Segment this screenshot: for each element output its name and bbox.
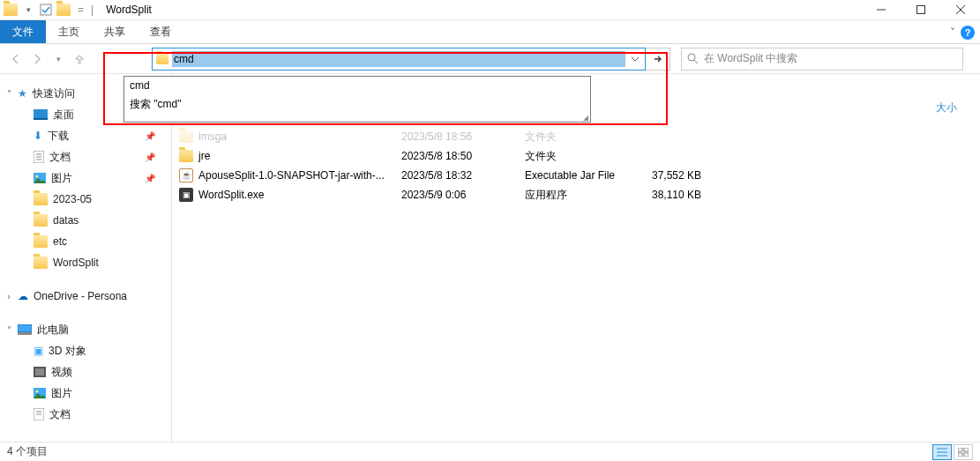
address-history-dropdown-icon[interactable] [625,55,645,63]
pin-icon: 📌 [145,152,155,162]
address-folder-icon [153,54,172,64]
sidebar-item-documents[interactable]: 文档 📌 [0,146,171,167]
sidebar-item-documents2[interactable]: 文档 [0,404,171,425]
svg-rect-29 [958,453,962,457]
folder-icon [179,150,193,162]
video-icon [34,367,46,377]
view-thumbnails-button[interactable] [954,444,973,460]
ribbon-file-tab[interactable]: 文件 [0,20,46,43]
sidebar-item-videos[interactable]: 视频 [0,361,171,383]
file-row[interactable]: imsga 2023/5/8 18:56 文件夹 [172,127,980,146]
svg-rect-2 [916,6,924,14]
maximize-button[interactable] [901,0,940,20]
sidebar-item-downloads[interactable]: ⬇ 下载 📌 [0,125,171,146]
search-icon [687,53,699,64]
svg-rect-16 [18,332,32,335]
sidebar-item-pictures2[interactable]: 图片 [0,383,171,404]
pin-icon: 📌 [145,174,155,183]
svg-rect-15 [18,324,32,332]
sidebar-this-pc[interactable]: ˅ 此电脑 [0,319,171,340]
chevron-down-icon[interactable]: ˅ [4,325,14,335]
help-icon[interactable]: ? [961,26,975,40]
jar-icon: ☕ [179,168,193,182]
ribbon-expand-icon[interactable]: ˅ [950,26,955,39]
qat-dropdown-icon[interactable]: ▾ [21,3,35,17]
nav-back-button[interactable] [5,48,26,70]
qat-checkbox-icon[interactable] [39,3,53,17]
document-icon [34,151,44,163]
separator-icon: = [74,4,87,16]
sidebar-item-datas[interactable]: datas [0,210,171,231]
chevron-right-icon[interactable]: › [4,292,14,301]
address-dropdown-item[interactable]: cmd [124,77,590,94]
ribbon-tab-share[interactable]: 共享 [92,20,138,43]
chevron-down-icon[interactable]: ˅ [4,89,14,99]
resize-grip-icon[interactable] [124,115,590,122]
file-row[interactable]: jre 2023/5/8 18:50 文件夹 [172,146,980,166]
address-dropdown-item[interactable]: 搜索 "cmd" [124,94,590,115]
sidebar-item-3d[interactable]: ▣ 3D 对象 [0,340,171,361]
file-row[interactable]: ▣WordSplit.exe 2023/5/9 0:06 应用程序 38,110… [172,185,980,204]
folder-icon [34,235,48,248]
file-row[interactable]: ☕ApouseSplit-1.0-SNAPSHOT-jar-with-... 2… [172,166,980,185]
svg-rect-7 [34,109,48,118]
pipe-icon: | [91,4,95,16]
search-box[interactable]: 在 WordSplit 中搜索 [681,48,963,71]
close-button[interactable] [940,0,980,20]
pin-icon: 📌 [145,131,155,141]
folder-icon [4,3,18,17]
nav-recent-dropdown[interactable]: ▾ [48,48,69,70]
address-bar[interactable] [152,48,646,71]
search-placeholder: 在 WordSplit 中搜索 [704,51,797,66]
svg-point-5 [688,54,695,61]
sidebar-onedrive[interactable]: › ☁ OneDrive - Persona [0,286,171,307]
svg-rect-18 [35,368,44,375]
view-details-button[interactable] [932,444,952,460]
document-icon [34,408,44,420]
minimize-button[interactable] [861,0,901,20]
cube-icon: ▣ [34,345,43,357]
folder-icon [179,130,193,143]
sidebar-item-pictures[interactable]: 图片 📌 [0,167,171,189]
svg-rect-30 [964,453,969,457]
sidebar: ˅ ★ 快速访问 桌面 📌 ⬇ 下载 📌 文档 📌 图片 [0,74,172,442]
folder-icon [34,193,48,205]
file-pane: 大小 imsga 2023/5/8 18:56 文件夹 jre 2023/5/8… [172,74,980,442]
svg-point-20 [36,390,39,393]
folder-icon [34,257,48,269]
exe-icon: ▣ [179,188,193,202]
sidebar-item-wordsplit[interactable]: WordSplit [0,252,171,273]
window-title: WordSplit [99,4,152,16]
svg-rect-8 [34,118,48,120]
sidebar-item-etc[interactable]: etc [0,231,171,252]
cloud-icon: ☁ [18,290,28,302]
svg-rect-27 [958,448,962,451]
titlebar: ▾ = | WordSplit [0,0,980,20]
picture-icon [34,173,46,183]
svg-rect-0 [41,4,51,15]
ribbon: 文件 主页 共享 查看 ˅ ? [0,20,980,44]
pc-icon [18,324,32,335]
address-dropdown[interactable]: cmd 搜索 "cmd" [123,76,591,123]
status-item-count: 4 个项目 [7,444,48,459]
ribbon-tab-home[interactable]: 主页 [46,20,92,43]
sidebar-item-2023-05[interactable]: 2023-05 [0,189,171,210]
svg-point-14 [36,175,39,178]
download-icon: ⬇ [34,130,42,142]
column-header-size[interactable]: 大小 [927,97,966,119]
address-go-button[interactable] [646,48,670,71]
nav-up-button[interactable] [69,48,90,70]
status-bar: 4 个项目 [0,442,980,461]
desktop-icon [34,109,48,120]
navbar: ▾ 在 WordSplit 中搜索 [0,44,980,74]
svg-line-6 [694,60,698,63]
ribbon-tab-view[interactable]: 查看 [138,20,183,43]
picture-icon [34,388,46,398]
folder-icon [34,214,48,227]
star-icon: ★ [18,87,27,100]
address-input[interactable] [172,51,625,67]
svg-rect-28 [964,448,969,451]
folder-icon [56,3,71,17]
nav-forward-button[interactable] [26,48,48,70]
